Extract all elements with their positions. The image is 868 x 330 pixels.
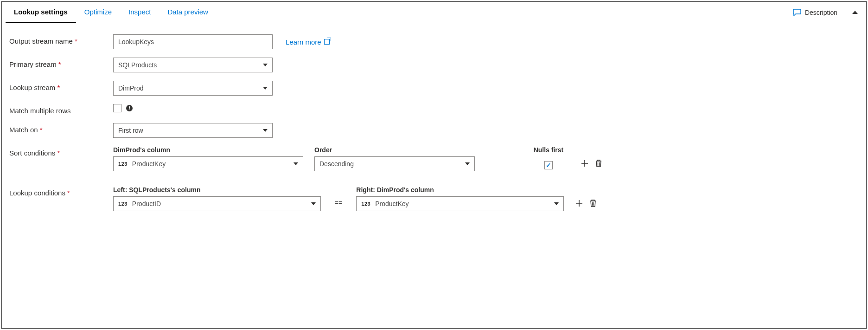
sort-order-header: Order bbox=[314, 146, 475, 154]
comment-icon bbox=[793, 9, 801, 16]
tab-data-preview[interactable]: Data preview bbox=[159, 2, 217, 23]
label-match-multiple-rows: Match multiple rows bbox=[9, 104, 113, 115]
label-sort-conditions: Sort conditions bbox=[9, 146, 113, 157]
select-value: ProductKey bbox=[132, 160, 166, 168]
add-sort-condition-button[interactable] bbox=[581, 159, 589, 168]
select-value: First row bbox=[118, 127, 143, 134]
select-value: Descending bbox=[319, 160, 354, 168]
select-value: SQLProducts bbox=[118, 61, 157, 69]
tab-label: Inspect bbox=[128, 8, 151, 16]
type-badge: 123 bbox=[361, 201, 370, 207]
tab-label: Lookup settings bbox=[14, 8, 68, 16]
select-value: ProductKey bbox=[375, 200, 408, 207]
sort-column-select[interactable]: 123 ProductKey bbox=[113, 156, 303, 171]
select-value: ProductID bbox=[132, 200, 161, 207]
lookup-stream-select[interactable]: DimProd bbox=[113, 81, 273, 96]
learn-more-link[interactable]: Learn more bbox=[286, 38, 330, 46]
sort-column-header: DimProd's column bbox=[113, 146, 303, 154]
tab-label: Data preview bbox=[167, 8, 208, 16]
chevron-down-icon bbox=[554, 202, 559, 205]
chevron-down-icon bbox=[465, 162, 470, 165]
lookup-left-header: Left: SQLProducts's column bbox=[113, 186, 321, 194]
tab-optimize[interactable]: Optimize bbox=[76, 2, 120, 23]
description-link[interactable]: Description bbox=[805, 9, 837, 16]
select-value: DimProd bbox=[118, 84, 143, 92]
external-link-icon bbox=[324, 39, 330, 45]
tab-bar: Lookup settings Optimize Inspect Data pr… bbox=[2, 2, 866, 23]
chevron-down-icon bbox=[294, 162, 298, 165]
sort-order-select[interactable]: Descending bbox=[314, 156, 475, 171]
chevron-down-icon bbox=[263, 87, 268, 90]
sort-nulls-header: Nulls first bbox=[534, 146, 564, 154]
delete-sort-condition-button[interactable] bbox=[594, 159, 603, 168]
input-value: LookupKeys bbox=[118, 38, 154, 45]
label-primary-stream: Primary stream bbox=[9, 58, 113, 68]
chevron-down-icon bbox=[263, 129, 268, 132]
type-badge: 123 bbox=[118, 161, 128, 167]
tab-inspect[interactable]: Inspect bbox=[120, 2, 159, 23]
label-match-on: Match on bbox=[9, 123, 113, 134]
equals-operator: == bbox=[332, 199, 345, 207]
tab-label: Optimize bbox=[84, 8, 112, 16]
chevron-down-icon bbox=[263, 64, 268, 66]
delete-lookup-condition-button[interactable] bbox=[589, 199, 597, 207]
type-badge: 123 bbox=[118, 201, 128, 207]
lookup-right-header: Right: DimProd's column bbox=[356, 186, 564, 194]
primary-stream-select[interactable]: SQLProducts bbox=[113, 58, 273, 72]
label-lookup-stream: Lookup stream bbox=[9, 81, 113, 91]
link-text: Learn more bbox=[286, 38, 321, 46]
label-output-stream-name: Output stream name bbox=[9, 34, 113, 45]
info-icon[interactable]: i bbox=[126, 105, 133, 111]
chevron-down-icon bbox=[311, 202, 316, 205]
nulls-first-checkbox[interactable] bbox=[544, 161, 553, 169]
collapse-icon[interactable] bbox=[852, 11, 858, 14]
match-multiple-rows-checkbox[interactable] bbox=[113, 104, 121, 112]
form-body: Output stream name LookupKeys Learn more… bbox=[2, 23, 866, 231]
add-lookup-condition-button[interactable] bbox=[575, 199, 583, 207]
lookup-left-select[interactable]: 123 ProductID bbox=[113, 196, 321, 211]
output-stream-name-input[interactable]: LookupKeys bbox=[113, 34, 273, 49]
label-lookup-conditions: Lookup conditions bbox=[9, 186, 113, 197]
match-on-select[interactable]: First row bbox=[113, 123, 273, 138]
tab-lookup-settings[interactable]: Lookup settings bbox=[6, 2, 76, 23]
lookup-right-select[interactable]: 123 ProductKey bbox=[356, 196, 564, 211]
